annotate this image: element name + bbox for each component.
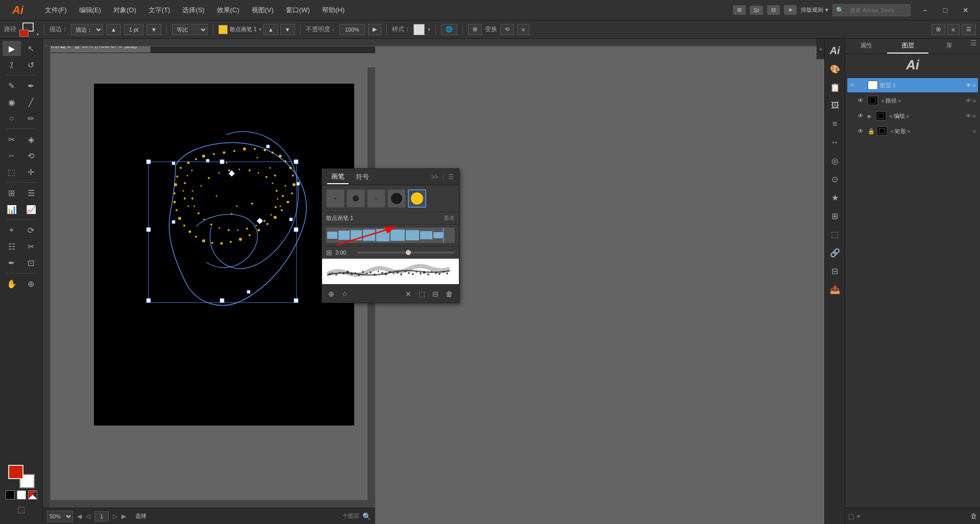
menu-select[interactable]: 选择(S): [177, 4, 209, 17]
selection-tool[interactable]: ▶: [3, 41, 21, 56]
links-icon[interactable]: 🔗: [827, 245, 843, 260]
brush-preset-medium[interactable]: [347, 189, 365, 208]
blob-brush-tool[interactable]: ◉: [3, 94, 21, 110]
foreground-swatch[interactable]: [8, 465, 23, 479]
rect-visibility[interactable]: 👁: [857, 128, 866, 135]
artboard-tool[interactable]: ⌖: [3, 222, 21, 238]
zoom-select[interactable]: 50% 100% 200%: [47, 511, 73, 522]
path-visibility[interactable]: 👁: [857, 97, 866, 104]
nav-next2[interactable]: ▷: [113, 513, 117, 520]
reflect-tool[interactable]: ⟲: [22, 148, 40, 163]
brush-preset-large[interactable]: [387, 189, 406, 208]
column-graph-tool[interactable]: 📈: [22, 202, 40, 217]
layer-1-eye-right[interactable]: 👁: [966, 82, 971, 88]
tab-layers[interactable]: 图层: [887, 39, 929, 54]
gradient-tool[interactable]: ☷: [3, 239, 21, 254]
nav-next[interactable]: ▶: [121, 513, 126, 520]
stroke-style-select[interactable]: 等比: [172, 24, 208, 35]
stroke-down-btn[interactable]: ▼: [146, 24, 161, 35]
color-palette-icon[interactable]: 🎨: [827, 61, 843, 77]
layers-icon[interactable]: 📋: [827, 80, 843, 95]
graph-tool[interactable]: 📊: [3, 202, 21, 217]
ai-type-icon[interactable]: Ai: [827, 43, 843, 58]
direct-selection-tool[interactable]: ↖: [22, 41, 40, 56]
horizontal-scrollbar[interactable]: [43, 500, 368, 508]
opacity-input[interactable]: [339, 24, 365, 35]
group-eye-right[interactable]: 👁: [966, 113, 971, 119]
style-dropdown[interactable]: ▾: [428, 27, 430, 32]
adobe-stock-search[interactable]: [846, 6, 907, 15]
group-expand[interactable]: ▶: [868, 113, 874, 119]
brush-preset-small[interactable]: [326, 189, 345, 208]
hand-tool[interactable]: ✋: [3, 276, 21, 291]
black-swatch[interactable]: [6, 490, 15, 500]
tab-library[interactable]: 库: [928, 39, 970, 54]
layer-item-path[interactable]: 👁 ＜路径＞ 👁 ○: [847, 93, 978, 108]
stroke-color-indicator[interactable]: ▾: [19, 22, 39, 37]
brush-preset-scatter-yellow[interactable]: [408, 189, 426, 208]
panel-collapse-btn[interactable]: »: [817, 39, 824, 59]
rect-lock[interactable]: 🔒: [868, 128, 875, 135]
delete-layer-btn[interactable]: 🗑: [970, 512, 977, 520]
symbol-icon[interactable]: ★: [827, 190, 843, 205]
opacity-more-btn[interactable]: ▶: [368, 24, 381, 35]
share-icon[interactable]: 📤: [827, 282, 843, 297]
menu-file[interactable]: 文件(F): [40, 4, 72, 17]
scale-tool[interactable]: ⬚: [3, 164, 21, 180]
brush-size-slider[interactable]: [357, 252, 455, 254]
globe-btn[interactable]: 🌐: [441, 24, 457, 35]
menu-view[interactable]: 视图(V): [247, 4, 279, 17]
white-swatch[interactable]: [17, 490, 26, 500]
ellipse-tool[interactable]: ○: [3, 111, 21, 126]
menu-window[interactable]: 窗口(W): [281, 4, 315, 17]
paint-brush-icon-btn[interactable]: ⊕: [326, 289, 336, 299]
layer-item-group[interactable]: 👁 ▶ ＜编组＞ 👁 ○: [847, 109, 978, 123]
menu-btn[interactable]: ☰: [962, 24, 976, 35]
panel-expand-btn[interactable]: >>: [431, 173, 438, 181]
symbol-tab[interactable]: 符号: [352, 170, 373, 184]
transform-options-btn[interactable]: ⊞: [468, 24, 482, 35]
stroke-up-btn[interactable]: ▲: [106, 24, 121, 35]
mesh-tool[interactable]: ✂: [22, 239, 40, 254]
brush-down-btn[interactable]: ▼: [280, 24, 295, 35]
magic-wand-tool[interactable]: ⁒: [3, 57, 21, 72]
minimize-btn[interactable]: −: [915, 0, 935, 20]
arrange-btn[interactable]: ⊞: [932, 24, 945, 35]
panel-menu-btn[interactable]: ☰: [448, 173, 454, 181]
menu-object[interactable]: 对象(O): [108, 4, 141, 17]
eraser-tool[interactable]: ◈: [22, 132, 40, 147]
group-visibility[interactable]: 👁: [857, 112, 866, 119]
free-transform-tool[interactable]: ⊞: [3, 185, 21, 201]
layout-btn[interactable]: ⊞: [733, 5, 746, 15]
calligraphy-tool[interactable]: ✒: [22, 78, 40, 93]
scissors-tool[interactable]: ✂: [3, 132, 21, 147]
none-swatch[interactable]: [28, 490, 37, 500]
make-sublayer-btn[interactable]: ⬚: [848, 512, 854, 520]
align-btn[interactable]: ≡: [517, 24, 529, 35]
pathfinder-icon[interactable]: ◎: [827, 153, 843, 168]
graphic-style-icon[interactable]: ⊞: [827, 208, 843, 223]
delete-brush-btn[interactable]: ✕: [403, 289, 413, 299]
st-btn[interactable]: St: [750, 6, 763, 15]
rule-dropdown[interactable]: ▾: [825, 7, 828, 13]
arrow-btn[interactable]: ➤: [784, 5, 797, 15]
search-status-icon[interactable]: 🔍: [362, 512, 371, 520]
path-eye-right[interactable]: 👁: [966, 97, 971, 104]
brush-up-btn[interactable]: ▲: [263, 24, 278, 35]
lasso-tool[interactable]: ↺: [22, 57, 40, 72]
grid-view-icon[interactable]: ⊟: [827, 263, 843, 279]
toggle-screen-mode[interactable]: ⬚: [11, 502, 32, 517]
appearance-icon[interactable]: ⊙: [827, 171, 843, 187]
menu-effect[interactable]: 效果(C): [212, 4, 244, 17]
layer-item-rect[interactable]: 👁 🔒 ＜矩形＞ ○: [847, 124, 978, 138]
layers-menu-btn[interactable]: ☰: [970, 39, 977, 54]
new-brush-btn[interactable]: ⬚: [416, 289, 427, 299]
pen-tool[interactable]: ✎: [3, 78, 21, 93]
close-btn[interactable]: ✕: [955, 0, 976, 20]
arrange-btn2[interactable]: ≡: [947, 24, 960, 35]
tab-properties[interactable]: 属性: [845, 39, 887, 54]
stroke-value-input[interactable]: [124, 24, 143, 35]
slider-thumb[interactable]: [406, 250, 411, 255]
brush-indicator[interactable]: 散点画笔 1 ▾ ▲ ▼: [218, 24, 295, 35]
artboard-panel-icon[interactable]: ⬚: [827, 227, 843, 242]
